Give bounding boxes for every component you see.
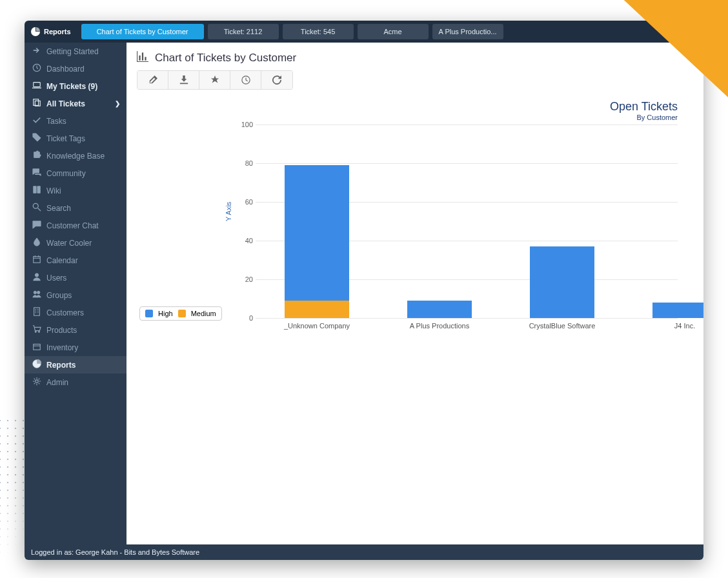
sidebar-item-admin[interactable]: Admin: [25, 374, 126, 391]
pie-icon: [31, 27, 40, 36]
sidebar-item-getting-started[interactable]: Getting Started: [25, 43, 126, 60]
y-tick: 20: [236, 275, 253, 283]
sidebar-item-dashboard[interactable]: Dashboard: [25, 60, 126, 77]
check-icon: [32, 115, 41, 126]
sidebar-item-tasks[interactable]: Tasks: [25, 112, 126, 130]
x-category-label: A Plus Productions: [381, 318, 498, 330]
drop-icon: [32, 237, 41, 248]
bar-chart-icon: [137, 50, 148, 65]
chat-icon: [32, 220, 41, 231]
sidebar-item-label: Products: [46, 326, 120, 335]
sidebar-item-search[interactable]: Search: [25, 199, 126, 217]
sidebar-item-wiki[interactable]: Wiki: [25, 182, 126, 199]
main-panel: Chart of Tickets by Customer: [126, 43, 703, 544]
page-title: Chart of Tickets by Customer: [137, 50, 693, 65]
x-category-label: J4 Inc.: [627, 318, 703, 330]
chart-title-sub: By Customer: [610, 114, 678, 121]
puzzle-icon: [32, 150, 41, 161]
sidebar-item-my-tickets-9[interactable]: My Tickets (9): [25, 77, 126, 95]
sidebar-item-label: Inventory: [46, 343, 120, 352]
download-button[interactable]: [168, 71, 199, 89]
gridline: [256, 163, 678, 164]
tab-reports-main[interactable]: Reports: [28, 24, 77, 39]
svg-point-7: [34, 291, 36, 294]
sidebar-item-all-tickets[interactable]: All Tickets❯: [25, 95, 126, 112]
comments-icon: [32, 168, 41, 179]
tab-ticket-2112[interactable]: Ticket: 2112: [208, 24, 279, 39]
footer-text: Logged in as: George Kahn - Bits and Byt…: [31, 548, 199, 556]
sidebar-item-label: Community: [46, 169, 120, 178]
y-tick: 60: [236, 198, 253, 206]
tab-acme[interactable]: Acme: [358, 24, 429, 39]
copy-icon: [32, 98, 41, 109]
sidebar-item-label: Calendar: [46, 256, 120, 265]
sidebar-item-products[interactable]: Products: [25, 321, 126, 339]
svg-point-11: [38, 331, 39, 332]
sidebar-item-label: Ticket Tags: [46, 134, 120, 143]
tab-aplus[interactable]: A Plus Productio...: [432, 24, 503, 39]
sidebar-item-label: My Tickets (9): [46, 82, 120, 91]
tab-label: Ticket: 2112: [224, 28, 263, 35]
box-icon: [32, 342, 41, 353]
svg-rect-12: [34, 344, 41, 350]
bar-segment-high: [407, 301, 472, 318]
chevron-right-icon: ❯: [115, 100, 120, 107]
x-category-label: CrystalBlue Software: [504, 318, 620, 330]
tab-ticket-545[interactable]: Ticket: 545: [283, 24, 354, 39]
sidebar-item-community[interactable]: Community: [25, 164, 126, 182]
edit-button[interactable]: [137, 71, 168, 89]
report-toolbar: [137, 70, 293, 90]
status-footer: Logged in as: George Kahn - Bits and Byt…: [25, 544, 703, 560]
sidebar-item-knowledge-base[interactable]: Knowledge Base: [25, 147, 126, 164]
sidebar-item-water-cooler[interactable]: Water Cooler: [25, 234, 126, 252]
y-tick: 100: [236, 121, 253, 128]
refresh-button[interactable]: [261, 71, 292, 89]
sidebar-item-label: Search: [46, 204, 120, 213]
sidebar-item-ticket-tags[interactable]: Ticket Tags: [25, 130, 126, 147]
svg-rect-5: [34, 257, 41, 263]
tab-chart-customers[interactable]: Chart of Tickets by Customer: [81, 24, 204, 39]
x-category-label: _Unknown Company: [259, 318, 375, 330]
tab-label: Ticket: 545: [301, 28, 335, 35]
sidebar-item-label: Customer Chat: [46, 221, 120, 230]
favorite-button[interactable]: [199, 71, 230, 89]
sidebar-item-label: Admin: [46, 378, 120, 387]
arrow-right-icon: [32, 46, 41, 57]
gear-icon: [32, 377, 41, 388]
y-tick: 0: [236, 314, 253, 322]
book-icon: [32, 185, 41, 196]
sidebar-item-customer-chat[interactable]: Customer Chat: [25, 217, 126, 234]
sidebar-item-inventory[interactable]: Inventory: [25, 339, 126, 356]
schedule-button[interactable]: [230, 71, 261, 89]
tab-label: Acme: [384, 28, 402, 35]
chart-legend: HighMedium: [139, 306, 222, 321]
bar-segment-medium: [285, 301, 349, 318]
sidebar-item-label: Groups: [46, 291, 120, 300]
svg-point-4: [33, 203, 38, 208]
sidebar-item-groups[interactable]: Groups: [25, 286, 126, 304]
chart-area: Open Tickets By Customer Y Axis HighMedi…: [126, 94, 703, 544]
bar-segment-high: [652, 303, 703, 318]
legend-swatch-high: [145, 310, 153, 317]
chart-title: Open Tickets By Customer: [610, 100, 678, 121]
sidebar-item-label: Users: [46, 274, 120, 283]
sidebar-item-label: Reports: [46, 361, 120, 370]
bar-segment-high: [530, 246, 594, 318]
svg-point-8: [37, 291, 39, 294]
laptop-icon: [32, 81, 41, 92]
y-axis-label: Y Axis: [225, 202, 232, 221]
sidebar-item-customers[interactable]: Customers: [25, 304, 126, 321]
y-tick: 40: [236, 237, 253, 244]
sidebar-item-users[interactable]: Users: [25, 269, 126, 286]
sidebar-item-reports[interactable]: Reports: [25, 356, 126, 374]
svg-rect-9: [34, 308, 40, 315]
sidebar-item-label: Wiki: [46, 186, 120, 195]
sidebar-item-calendar[interactable]: Calendar: [25, 252, 126, 269]
sidebar-item-label: Getting Started: [46, 47, 120, 56]
tab-label: Chart of Tickets by Customer: [97, 28, 188, 35]
svg-point-6: [35, 274, 38, 277]
bar-segment-high: [285, 165, 349, 301]
sidebar-item-label: Water Cooler: [46, 239, 120, 248]
legend-swatch-medium: [178, 310, 186, 317]
chart-title-main: Open Tickets: [610, 100, 678, 114]
